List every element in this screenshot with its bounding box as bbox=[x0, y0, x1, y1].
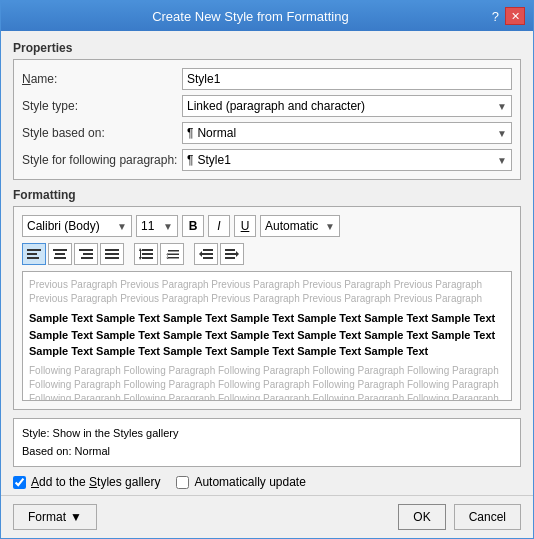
color-arrow: ▼ bbox=[325, 221, 335, 232]
dialog-footer: Format ▼ OK Cancel bbox=[1, 495, 533, 538]
style-based-arrow: ▼ bbox=[497, 128, 507, 139]
svg-rect-22 bbox=[203, 257, 213, 259]
formatting-content: Calibri (Body) ▼ 11 ▼ B I U Automatic ▼ bbox=[13, 206, 521, 410]
svg-rect-9 bbox=[105, 249, 119, 251]
paragraph-icon-1: ¶ bbox=[187, 126, 193, 140]
bottom-options: Add to the Styles gallery Automatically … bbox=[13, 475, 521, 495]
align-left-icon bbox=[27, 248, 41, 260]
size-select[interactable]: 11 ▼ bbox=[136, 215, 178, 237]
svg-rect-21 bbox=[201, 253, 213, 255]
align-center-icon bbox=[53, 248, 67, 260]
style-based-text: Normal bbox=[197, 126, 236, 140]
style-following-value: ¶ Style1 bbox=[187, 153, 231, 167]
close-button[interactable]: ✕ bbox=[505, 7, 525, 25]
svg-rect-4 bbox=[55, 253, 65, 255]
svg-rect-26 bbox=[225, 257, 235, 259]
auto-update-input[interactable] bbox=[176, 476, 189, 489]
dialog-window: Create New Style from Formatting ? ✕ Pro… bbox=[0, 0, 534, 539]
cancel-button[interactable]: Cancel bbox=[454, 504, 521, 530]
style-info-line1: Style: Show in the Styles gallery bbox=[22, 425, 512, 443]
line-spacing-icon bbox=[139, 248, 153, 260]
formatting-title: Formatting bbox=[13, 188, 521, 202]
svg-rect-5 bbox=[54, 257, 66, 259]
style-based-select[interactable]: ¶ Normal ▼ bbox=[182, 122, 512, 144]
align-center-button[interactable] bbox=[48, 243, 72, 265]
italic-button[interactable]: I bbox=[208, 215, 230, 237]
svg-rect-6 bbox=[79, 249, 93, 251]
name-input[interactable] bbox=[182, 68, 512, 90]
footer-left: Format ▼ bbox=[13, 504, 97, 530]
style-type-row: Style type: Linked (paragraph and charac… bbox=[22, 95, 512, 117]
format-button[interactable]: Format ▼ bbox=[13, 504, 97, 530]
auto-update-checkbox[interactable]: Automatically update bbox=[176, 475, 305, 489]
properties-title: Properties bbox=[13, 41, 521, 55]
svg-rect-20 bbox=[203, 249, 213, 251]
svg-rect-25 bbox=[225, 253, 237, 255]
svg-rect-3 bbox=[53, 249, 67, 251]
title-bar-controls: ? ✕ bbox=[492, 7, 525, 25]
name-row: Name: bbox=[22, 68, 512, 90]
color-value: Automatic bbox=[265, 219, 318, 233]
add-to-gallery-checkbox[interactable]: Add to the Styles gallery bbox=[13, 475, 160, 489]
title-bar: Create New Style from Formatting ? ✕ bbox=[1, 1, 533, 31]
style-following-select[interactable]: ¶ Style1 ▼ bbox=[182, 149, 512, 171]
add-to-gallery-label: Add to the Styles gallery bbox=[31, 475, 160, 489]
style-following-text: Style1 bbox=[197, 153, 230, 167]
style-type-label: Style type: bbox=[22, 99, 182, 113]
svg-rect-11 bbox=[105, 257, 119, 259]
svg-rect-10 bbox=[105, 253, 119, 255]
svg-marker-15 bbox=[139, 248, 142, 260]
style-info-box: Style: Show in the Styles gallery Based … bbox=[13, 418, 521, 467]
preview-sample-text: Sample Text Sample Text Sample Text Samp… bbox=[29, 310, 505, 360]
decrease-indent-icon bbox=[199, 248, 213, 260]
font-arrow: ▼ bbox=[117, 221, 127, 232]
dialog-title: Create New Style from Formatting bbox=[9, 9, 492, 24]
decrease-indent-button[interactable] bbox=[194, 243, 218, 265]
bold-button[interactable]: B bbox=[182, 215, 204, 237]
style-type-arrow: ▼ bbox=[497, 101, 507, 112]
paragraph-icon-2: ¶ bbox=[187, 153, 193, 167]
help-button[interactable]: ? bbox=[492, 9, 499, 24]
align-justify-button[interactable] bbox=[100, 243, 124, 265]
add-to-gallery-input[interactable] bbox=[13, 476, 26, 489]
dialog-body: Properties Name: Style type: Linked (par… bbox=[1, 31, 533, 495]
style-following-arrow: ▼ bbox=[497, 155, 507, 166]
font-select[interactable]: Calibri (Body) ▼ bbox=[22, 215, 132, 237]
svg-rect-14 bbox=[142, 257, 153, 259]
auto-update-label: Automatically update bbox=[194, 475, 305, 489]
style-following-row: Style for following paragraph: ¶ Style1 … bbox=[22, 149, 512, 171]
align-left-button[interactable] bbox=[22, 243, 46, 265]
style-based-row: Style based on: ¶ Normal ▼ bbox=[22, 122, 512, 144]
style-based-value: ¶ Normal bbox=[187, 126, 236, 140]
name-label: Name: bbox=[22, 72, 182, 86]
paragraph-spacing-icon: ↕ bbox=[165, 248, 179, 260]
align-right-button[interactable] bbox=[74, 243, 98, 265]
svg-rect-1 bbox=[27, 253, 37, 255]
svg-marker-23 bbox=[199, 251, 202, 257]
ok-button[interactable]: OK bbox=[398, 504, 445, 530]
paragraph-spacing-button[interactable]: ↕ bbox=[160, 243, 184, 265]
formatting-toolbar-1: Calibri (Body) ▼ 11 ▼ B I U Automatic ▼ bbox=[22, 215, 512, 237]
font-value: Calibri (Body) bbox=[27, 219, 100, 233]
format-arrow-icon: ▼ bbox=[70, 510, 82, 524]
options-row-1: Add to the Styles gallery Automatically … bbox=[13, 475, 521, 489]
properties-section: Properties Name: Style type: Linked (par… bbox=[13, 41, 521, 180]
underline-button[interactable]: U bbox=[234, 215, 256, 237]
style-type-select[interactable]: Linked (paragraph and character) ▼ bbox=[182, 95, 512, 117]
svg-rect-2 bbox=[27, 257, 39, 259]
increase-indent-button[interactable] bbox=[220, 243, 244, 265]
svg-rect-13 bbox=[142, 253, 153, 255]
size-arrow: ▼ bbox=[163, 221, 173, 232]
svg-rect-8 bbox=[81, 257, 93, 259]
increase-indent-icon bbox=[225, 248, 239, 260]
color-select[interactable]: Automatic ▼ bbox=[260, 215, 340, 237]
line-spacing-button[interactable] bbox=[134, 243, 158, 265]
footer-right: OK Cancel bbox=[398, 504, 521, 530]
properties-content: Name: Style type: Linked (paragraph and … bbox=[13, 59, 521, 180]
formatting-section: Formatting Calibri (Body) ▼ 11 ▼ B I U bbox=[13, 188, 521, 410]
style-info-line2: Based on: Normal bbox=[22, 443, 512, 461]
preview-following-text: Following Paragraph Following Paragraph … bbox=[29, 364, 505, 402]
alignment-toolbar: ↕ bbox=[22, 243, 512, 265]
style-based-label: Style based on: bbox=[22, 126, 182, 140]
style-type-value: Linked (paragraph and character) bbox=[187, 99, 365, 113]
